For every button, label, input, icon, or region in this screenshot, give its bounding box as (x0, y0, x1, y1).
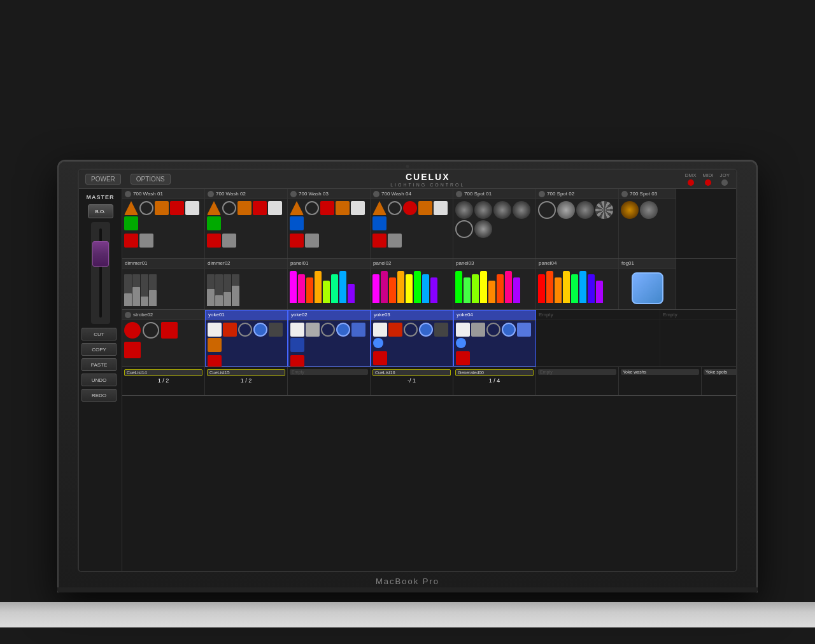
yp-c1 (238, 323, 252, 337)
pad-sq-g2 (207, 216, 221, 230)
dmx-led (688, 179, 694, 186)
fixture-cell-dimmer01[interactable]: dimmer01 (122, 259, 205, 309)
cuelist-cell-0[interactable]: CueList14 1 / 2 (122, 367, 205, 395)
pb6g (414, 271, 421, 303)
yp-gray4 (471, 323, 485, 337)
pb6 (331, 274, 338, 303)
midi-led (705, 179, 711, 186)
fixture-cell-spot03[interactable]: 700 Spot 03 (619, 189, 676, 258)
yp-c4 (486, 323, 500, 337)
fixture-cell-wash03[interactable]: 700 Wash 03 (288, 189, 371, 258)
pb1p4 (538, 274, 545, 303)
redo-button[interactable]: REDO (82, 389, 117, 402)
pad-sq-w2 (268, 201, 282, 215)
pad-sq-o (155, 201, 169, 215)
master-fader-thumb[interactable] (92, 241, 109, 267)
fixture-cell-panel01[interactable]: panel01 (288, 259, 371, 309)
fixture-cell-wash04[interactable]: 700 Wash 04 (371, 189, 453, 258)
yp-red-btn (208, 355, 222, 367)
strobe02-bottom (122, 340, 204, 360)
yp-r1 (223, 323, 237, 337)
pb5p3 (488, 281, 495, 303)
wash04-pattern (371, 199, 453, 232)
spot02-gobo2 (576, 201, 594, 219)
strobe02-icon (125, 312, 131, 318)
fixture-cell-yoke04[interactable]: yoke04 (453, 310, 536, 367)
pad-w3 (351, 201, 365, 215)
cut-button[interactable]: CUT (82, 328, 117, 340)
cuelist-label-2: Empty (290, 369, 368, 375)
master-label: MASTER (87, 194, 115, 200)
laptop-body: POWER OPTIONS CUELUX LIGHTING CONTROL DM… (57, 160, 758, 592)
fixture-cell-yoke03[interactable]: yoke03 (371, 310, 453, 367)
cuelist-cell-1[interactable]: CueList15 1 / 2 (205, 367, 288, 395)
cuelist-cell-7[interactable]: Yoke spots (702, 367, 736, 395)
spot-circle (455, 220, 473, 238)
joy-led (721, 179, 728, 186)
cuelist-cell-6[interactable]: Yoke washs (619, 367, 702, 395)
yp-gray2 (306, 323, 320, 337)
yoke02-header: yoke02 (288, 311, 370, 321)
yp-w1 (208, 323, 222, 337)
logo-area: CUELUX LIGHTING CONTROL (390, 171, 465, 187)
laptop-base (0, 602, 815, 627)
yp-db2 (290, 338, 304, 352)
pb8 (348, 284, 355, 303)
master-fader[interactable] (91, 222, 110, 324)
fixture-cell-dimmer02[interactable]: dimmer02 (205, 259, 288, 309)
fixture-cell-fog01[interactable]: fog01 (619, 259, 676, 309)
fixture-icon-spot02 (539, 191, 545, 197)
dbar8 (232, 274, 239, 306)
fixture-row-2: dimmer01 (122, 259, 736, 310)
spot03-gobo2 (640, 201, 658, 219)
pad-gray4 (388, 234, 402, 248)
yp-red-btn3 (373, 351, 387, 365)
yp-o1 (208, 338, 222, 352)
wash04-bottom (371, 232, 453, 249)
pad-cir (139, 201, 153, 215)
main-content: MASTER B.O. CUT COPY PASTE UNDO (79, 189, 736, 571)
fixture-cell-panel02[interactable]: panel02 (371, 259, 453, 309)
fixture-header-wash04: 700 Wash 04 (371, 189, 453, 199)
fixture-cell-yoke02[interactable]: yoke02 (288, 310, 371, 367)
fixture-cell-strobe02[interactable]: strobe02 (122, 310, 205, 367)
pb3p4 (555, 277, 562, 303)
fixture-icon-wash01 (125, 191, 131, 197)
dbar3 (141, 274, 148, 306)
strobe-cir (143, 322, 159, 339)
laptop-hinge (57, 587, 758, 592)
fixture-cell-wash02[interactable]: 700 Wash 02 (205, 189, 288, 258)
fixture-cell-panel03[interactable]: panel03 (453, 259, 536, 309)
yp-w2 (290, 323, 304, 337)
fixture-cell-spot01[interactable]: 700 Spot 01 (453, 189, 536, 258)
panel03-header: panel03 (453, 259, 535, 269)
yoke04-bottom (454, 350, 535, 367)
cuelist-cell-3[interactable]: CueList16 -/ 1 (371, 367, 453, 395)
copy-button[interactable]: COPY (82, 343, 117, 356)
dbar5 (207, 274, 215, 306)
pb3g (389, 277, 396, 303)
options-button[interactable]: OPTIONS (131, 174, 171, 185)
pb5g (406, 274, 413, 303)
pad-sq-w (185, 201, 199, 215)
undo-button[interactable]: UNDO (82, 374, 117, 386)
paste-button[interactable]: PASTE (82, 358, 117, 371)
wash01-pattern (122, 199, 204, 232)
yp-bc2 (336, 323, 350, 337)
fixture-cell-wash01[interactable]: 700 Wash 01 (122, 189, 205, 258)
yp-c3 (404, 323, 418, 337)
fixture-cell-spot02[interactable]: 700 Spot 02 (536, 189, 619, 258)
yp-d1 (269, 323, 283, 337)
bo-button[interactable]: B.O. (88, 204, 113, 218)
power-button[interactable]: POWER (85, 174, 121, 185)
spot-gobo-4 (513, 201, 530, 219)
cuelist-cell-4[interactable]: Generated00 1 / 4 (453, 367, 536, 395)
panel03-bars (453, 269, 535, 304)
fog01-thumb (619, 269, 676, 307)
pad-sq-r2 (253, 201, 267, 215)
fog01-header: fog01 (619, 259, 676, 269)
screen-bezel: POWER OPTIONS CUELUX LIGHTING CONTROL DM… (78, 169, 737, 572)
fixture-cell-panel04[interactable]: panel04 (536, 259, 619, 309)
fixture-cell-yoke01[interactable]: yoke01 (205, 310, 288, 367)
cuelist-value-3: -/ 1 (372, 377, 451, 384)
